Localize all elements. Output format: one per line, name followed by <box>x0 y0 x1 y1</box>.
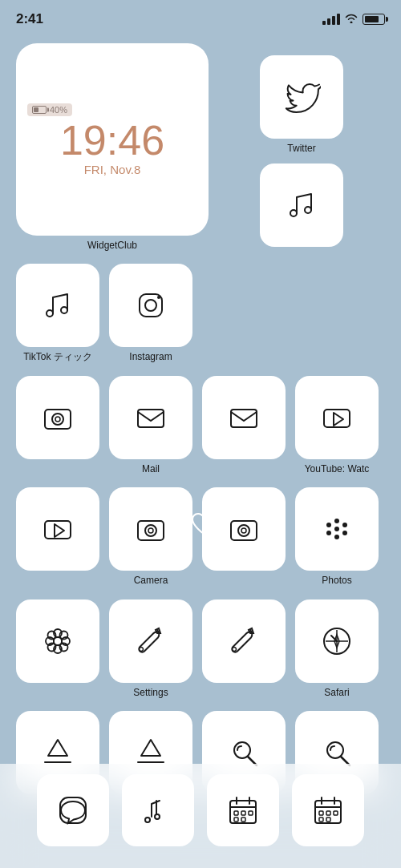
svg-point-3 <box>61 307 67 313</box>
play-icon-bg <box>16 487 99 571</box>
music-icon-bg <box>260 164 343 247</box>
widget-battery: 40% <box>27 103 72 116</box>
row-2: TikTok ティック Instagram <box>16 264 385 362</box>
svg-rect-55 <box>249 811 253 815</box>
app-play[interactable] <box>16 487 99 575</box>
photos-icon-bg <box>295 487 379 571</box>
camera2-icon-bg <box>109 487 192 571</box>
svg-point-9 <box>55 417 60 422</box>
svg-rect-7 <box>45 410 71 429</box>
photos-label: Photos <box>322 575 351 586</box>
settings2-icon-bg <box>202 600 286 683</box>
svg-point-17 <box>145 525 156 536</box>
app-mail[interactable]: Mail <box>109 376 192 474</box>
svg-point-38 <box>140 647 144 651</box>
dock-music-icon-bg <box>122 774 194 846</box>
svg-rect-57 <box>241 818 245 822</box>
heart-decoration <box>189 511 218 540</box>
calendar1-icon-bg <box>207 774 279 846</box>
widget-col: Twitter <box>218 55 385 251</box>
app-camera-sm[interactable] <box>16 376 99 474</box>
row-5: Settings <box>16 600 385 698</box>
settings-icon-bg <box>109 600 192 683</box>
svg-point-5 <box>145 300 156 311</box>
svg-point-18 <box>148 528 153 533</box>
row-3: Mail YouTube: Watc <box>16 376 385 474</box>
dock-app-line[interactable] <box>37 774 109 850</box>
svg-marker-13 <box>334 413 343 426</box>
svg-marker-15 <box>55 524 64 537</box>
svg-point-8 <box>52 414 63 425</box>
svg-rect-53 <box>234 811 238 815</box>
tiktok-icon-bg <box>16 264 99 347</box>
svg-rect-64 <box>334 811 338 815</box>
app-safari[interactable]: Safari <box>295 600 379 698</box>
svg-rect-19 <box>231 521 257 540</box>
svg-rect-16 <box>138 521 164 540</box>
row-1: 40% 19:46 FRI, Nov.8 WidgetClub Twitter <box>16 43 385 251</box>
svg-point-28 <box>342 531 347 535</box>
app-camera2[interactable]: Camera <box>109 487 192 586</box>
svg-point-2 <box>47 310 53 317</box>
svg-point-23 <box>334 519 339 523</box>
camera-sm-icon-bg <box>16 376 99 459</box>
app-youtube[interactable]: YouTube: Watc <box>295 376 379 474</box>
app-twitter[interactable]: Twitter <box>218 55 385 154</box>
svg-point-39 <box>233 647 237 651</box>
widget-date: FRI, Nov.8 <box>27 163 197 176</box>
svg-point-22 <box>334 527 339 531</box>
app-settings2[interactable] <box>202 600 286 698</box>
mail-icon-bg <box>109 376 192 459</box>
app-widgetclub[interactable]: 40% 19:46 FRI, Nov.8 WidgetClub <box>16 43 209 251</box>
calendar2-icon-bg <box>292 774 364 846</box>
app-tiktok[interactable]: TikTok ティック <box>16 264 99 362</box>
svg-point-37 <box>54 637 62 645</box>
instagram-icon-bg <box>109 264 192 347</box>
svg-rect-12 <box>324 410 350 427</box>
signal-icon <box>322 14 340 25</box>
mail-label: Mail <box>142 463 160 474</box>
dock <box>0 764 401 868</box>
instagram-label: Instagram <box>129 351 172 362</box>
row-4: Camera <box>16 487 385 586</box>
safari-icon-bg <box>295 600 379 683</box>
svg-point-6 <box>157 296 160 299</box>
safari-label: Safari <box>324 687 349 698</box>
dock-app-music[interactable] <box>122 774 194 850</box>
app-instagram[interactable]: Instagram <box>109 264 192 362</box>
tiktok-label: TikTok ティック <box>23 351 92 362</box>
svg-point-1 <box>305 207 311 213</box>
svg-rect-54 <box>241 811 245 815</box>
mail2-icon-bg <box>202 376 286 459</box>
dock-app-calendar1[interactable] <box>207 774 279 850</box>
app-photos[interactable]: Photos <box>295 487 379 586</box>
twitter-label: Twitter <box>287 143 315 154</box>
svg-point-21 <box>241 528 246 533</box>
svg-rect-56 <box>234 818 238 822</box>
app-flower[interactable] <box>16 600 99 698</box>
camera2-label: Camera <box>134 575 168 586</box>
app-mail2[interactable] <box>202 376 286 474</box>
svg-point-24 <box>334 535 339 539</box>
app-settings[interactable]: Settings <box>109 600 192 698</box>
svg-rect-10 <box>138 410 164 427</box>
app-music[interactable] <box>218 164 385 251</box>
flower-icon-bg <box>16 600 99 683</box>
dock-app-calendar2[interactable] <box>292 774 364 850</box>
wifi-icon <box>345 13 358 26</box>
widget-time: 19:46 <box>27 119 197 161</box>
svg-rect-14 <box>45 521 71 539</box>
twitter-icon-bg <box>260 55 343 139</box>
status-time: 2:41 <box>16 11 43 27</box>
home-content: 40% 19:46 FRI, Nov.8 WidgetClub Twitter <box>0 35 401 825</box>
widgetclub-label: WidgetClub <box>87 240 137 251</box>
battery-icon <box>363 14 385 25</box>
svg-rect-63 <box>326 811 330 815</box>
youtube-icon-bg <box>295 376 379 459</box>
svg-point-25 <box>326 523 331 527</box>
svg-rect-62 <box>319 811 323 815</box>
svg-point-26 <box>342 523 347 527</box>
line-icon-bg <box>37 774 109 846</box>
status-bar: 2:41 <box>0 0 401 35</box>
youtube-label: YouTube: Watc <box>305 463 370 474</box>
